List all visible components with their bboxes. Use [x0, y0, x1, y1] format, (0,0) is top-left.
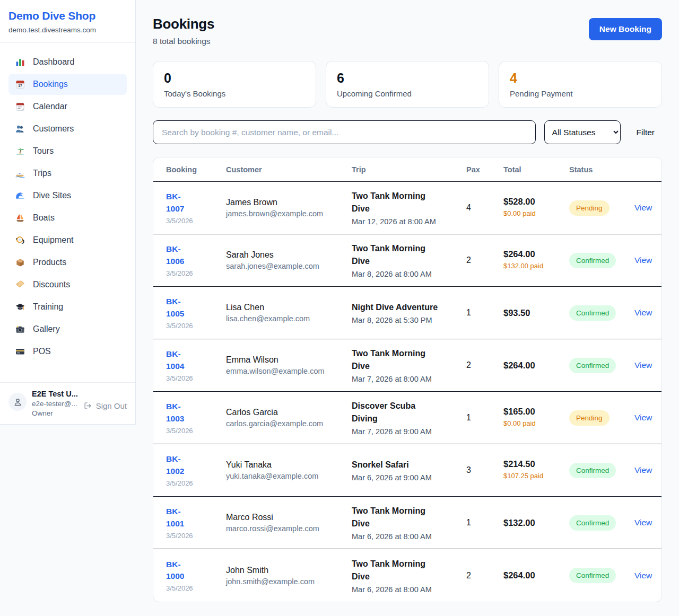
view-link[interactable]: View	[634, 518, 652, 527]
diving-mask-icon	[15, 235, 25, 245]
customer-cell: Marco Rossi marco.rossi@example.com	[226, 513, 352, 533]
sidebar-item-training[interactable]: Training	[8, 296, 127, 318]
customer-name: James Brown	[226, 198, 352, 207]
trip-cell: Night Dive Adventure Mar 8, 2026 at 5:30…	[352, 301, 466, 324]
status-badge: Pending	[569, 410, 610, 426]
island-icon	[15, 146, 25, 156]
customer-cell: Carlos Garcia carlos.garcia@example.com	[226, 408, 352, 428]
booking-id-link[interactable]: BK-1003	[166, 401, 197, 425]
sidebar-item-label: Equipment	[33, 235, 74, 245]
trip-name: Discover Scuba Diving	[352, 400, 443, 425]
paid-amount: $132.00 paid	[503, 261, 547, 271]
avatar	[8, 393, 27, 411]
stat-label: Pending Payment	[510, 89, 651, 98]
stat-value: 0	[164, 71, 305, 86]
trip-name: Two Tank Morning Dive	[352, 347, 443, 373]
total-amount: $528.00	[503, 197, 569, 207]
sidebar-item-gallery[interactable]: Gallery	[8, 319, 127, 340]
sidebar-item-products[interactable]: Products	[8, 252, 127, 273]
credit-card-icon	[15, 346, 25, 357]
sidebar-item-tours[interactable]: Tours	[8, 140, 127, 162]
status-badge: Confirmed	[569, 358, 616, 373]
view-link[interactable]: View	[634, 360, 652, 370]
sidebar-item-trips[interactable]: Trips	[8, 163, 127, 184]
trip-name: Two Tank Morning Dive	[352, 505, 443, 530]
status-cell: Pending	[569, 410, 634, 426]
status-cell: Pending	[569, 200, 634, 216]
sidebar-item-label: Calendar	[33, 102, 67, 111]
booking-date: 3/5/2026	[166, 322, 226, 330]
tag-icon	[15, 279, 25, 290]
status-cell: Confirmed	[569, 305, 634, 321]
trip-datetime: Mar 6, 2026 at 8:00 AM	[352, 532, 466, 541]
trip-cell: Two Tank Morning Dive Mar 12, 2026 at 8:…	[352, 190, 466, 226]
sidebar-item-label: Dashboard	[33, 57, 74, 67]
booking-id-link[interactable]: BK-1005	[166, 296, 197, 320]
booking-id-link[interactable]: BK-1004	[166, 348, 197, 372]
package-icon	[15, 257, 25, 268]
camera-icon	[15, 324, 25, 335]
sidebar-item-dive-sites[interactable]: Dive Sites	[8, 185, 127, 206]
table-row: BK-1001 3/5/2026 Marco Rossi marco.rossi…	[153, 497, 661, 549]
sign-out-icon	[83, 401, 92, 410]
view-link[interactable]: View	[634, 203, 652, 213]
view-link[interactable]: View	[634, 308, 652, 318]
stat-value: 4	[510, 71, 651, 86]
trip-cell: Two Tank Morning Dive Mar 7, 2026 at 8:0…	[352, 347, 466, 383]
status-badge: Confirmed	[569, 463, 616, 478]
booking-cell: BK-1004 3/5/2026	[166, 348, 226, 382]
view-link[interactable]: View	[634, 413, 652, 423]
stat-label: Today's Bookings	[164, 89, 305, 98]
booking-id-link[interactable]: BK-1006	[166, 243, 197, 267]
trip-name: Two Tank Morning Dive	[352, 242, 443, 268]
status-select[interactable]: All Statuses	[544, 120, 621, 144]
table-body: BK-1007 3/5/2026 James Brown james.brown…	[153, 182, 661, 602]
booking-id-link[interactable]: BK-1002	[166, 453, 197, 477]
sidebar-item-label: POS	[33, 347, 51, 356]
sidebar-item-label: Discounts	[33, 280, 70, 289]
booking-cell: BK-1001 3/5/2026	[166, 506, 226, 540]
booking-cell: BK-1000 3/5/2026	[166, 559, 226, 593]
booking-date: 3/5/2026	[166, 269, 226, 277]
table-header-row: Booking Customer Trip Pax Total Status	[153, 157, 661, 182]
booking-date: 3/5/2026	[166, 217, 226, 225]
trip-name: Two Tank Morning Dive	[352, 190, 443, 215]
new-booking-button[interactable]: New Booking	[589, 18, 662, 40]
bookings-table: Booking Customer Trip Pax Total Status B…	[153, 157, 662, 602]
sidebar-item-pos[interactable]: POS	[8, 341, 127, 362]
main-content: Bookings 8 total bookings New Booking 0 …	[136, 0, 679, 616]
search-input[interactable]	[153, 120, 536, 144]
table-row: BK-1006 3/5/2026 Sarah Jones sarah.jones…	[153, 234, 661, 287]
booking-id-link[interactable]: BK-1001	[166, 506, 197, 530]
trip-cell: Two Tank Morning Dive Mar 8, 2026 at 8:0…	[352, 242, 466, 278]
customer-cell: Yuki Tanaka yuki.tanaka@example.com	[226, 460, 352, 480]
sidebar-item-bookings[interactable]: Bookings	[8, 74, 127, 95]
booking-date: 3/5/2026	[166, 479, 226, 487]
view-link[interactable]: View	[634, 256, 652, 265]
sidebar-item-customers[interactable]: Customers	[8, 118, 127, 139]
sign-out-button[interactable]: Sign Out	[83, 401, 127, 410]
filter-button[interactable]: Filter	[629, 128, 662, 137]
calendar-icon	[15, 101, 25, 112]
booking-date: 3/5/2026	[166, 427, 226, 435]
booking-id-link[interactable]: BK-1000	[166, 559, 197, 583]
total-cell: $132.00	[503, 518, 569, 528]
sidebar-item-discounts[interactable]: Discounts	[8, 274, 127, 295]
sidebar-item-dashboard[interactable]: Dashboard	[8, 51, 127, 73]
booking-cell: BK-1005 3/5/2026	[166, 296, 226, 330]
customer-name: Lisa Chen	[226, 303, 352, 312]
view-link[interactable]: View	[634, 465, 652, 475]
view-link[interactable]: View	[634, 571, 652, 580]
total-cell: $264.00	[503, 570, 569, 580]
booking-id-link[interactable]: BK-1007	[166, 191, 197, 215]
total-cell: $528.00 $0.00 paid	[503, 197, 569, 218]
status-cell: Confirmed	[569, 568, 634, 583]
customer-cell: Sarah Jones sarah.jones@example.com	[226, 250, 352, 270]
sidebar-item-boats[interactable]: Boats	[8, 207, 127, 228]
sidebar-item-calendar[interactable]: Calendar	[8, 96, 127, 117]
sidebar-item-equipment[interactable]: Equipment	[8, 230, 127, 251]
customer-name: Marco Rossi	[226, 513, 352, 522]
stat-card-pending-payment: 4 Pending Payment	[499, 61, 662, 108]
column-header-booking: Booking	[166, 165, 226, 174]
sidebar-item-label: Customers	[33, 124, 74, 134]
